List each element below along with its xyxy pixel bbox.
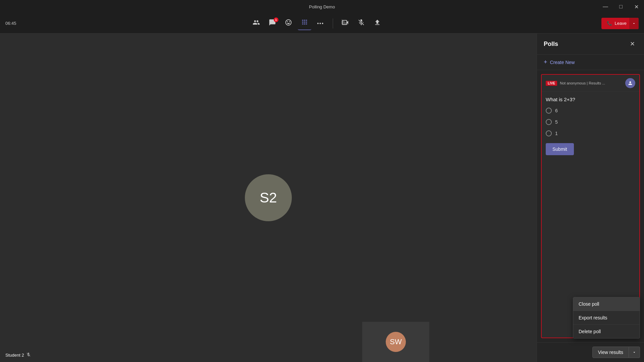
radio-3[interactable]	[546, 130, 552, 136]
camera-off-icon	[341, 19, 349, 28]
phone-icon: 📞	[607, 21, 612, 26]
poll-option-1[interactable]: 6	[546, 105, 635, 116]
student-label: Student 2	[5, 352, 31, 358]
reactions-button[interactable]	[282, 17, 295, 30]
polls-header: Polls ✕	[537, 34, 644, 55]
people-button[interactable]	[250, 17, 263, 30]
dropdown-item-delete-poll[interactable]: Delete poll	[573, 325, 640, 338]
apps-button[interactable]	[298, 17, 311, 30]
poll-options: 6 5 1	[542, 105, 639, 143]
maximize-button[interactable]: □	[613, 0, 629, 13]
title-bar: Polling Demo — □ ✕	[0, 0, 644, 13]
toolbar: 06:45 1 •••	[0, 13, 644, 34]
polls-sidebar: Polls ✕ + Create New LIVE Not anonymous …	[537, 34, 644, 362]
share-icon	[374, 19, 381, 28]
dropdown-item-close-poll[interactable]: Close poll	[573, 297, 640, 311]
dropdown-item-export-results[interactable]: Export results	[573, 311, 640, 325]
radio-2[interactable]	[546, 119, 552, 125]
leave-label: Leave	[615, 21, 627, 26]
poll-meta: LIVE Not anonymous | Results ...	[546, 81, 605, 86]
polls-close-button[interactable]: ✕	[627, 39, 637, 49]
close-button[interactable]: ✕	[629, 0, 644, 13]
poll-option-2[interactable]: 5	[546, 116, 635, 128]
poll-option-3[interactable]: 1	[546, 128, 635, 139]
poll-owner-avatar	[625, 78, 635, 88]
mic-button[interactable]	[355, 17, 368, 30]
view-results-bar: View results	[537, 342, 644, 362]
camera-button[interactable]	[338, 17, 352, 30]
dropdown-menu: Close poll Export results Delete poll	[573, 297, 640, 339]
mic-off-icon	[358, 19, 365, 28]
poll-card-header: LIVE Not anonymous | Results ...	[542, 75, 639, 92]
option-label-1: 6	[555, 108, 558, 113]
apps-icon	[301, 18, 308, 27]
poll-question: What is 2+3?	[542, 92, 639, 105]
more-button[interactable]: •••	[314, 17, 327, 30]
video-area: S2 SW Student 2	[0, 34, 537, 362]
main-content: S2 SW Student 2 Polls ✕ + Create New	[0, 34, 644, 362]
option-label-2: 5	[555, 119, 558, 125]
poll-meta-text: Not anonymous | Results ...	[560, 81, 605, 85]
view-results-button[interactable]: View results	[592, 347, 629, 358]
live-badge: LIVE	[546, 81, 557, 86]
minimize-button[interactable]: —	[598, 0, 613, 13]
view-results-chevron-button[interactable]	[629, 347, 640, 358]
plus-icon: +	[544, 59, 547, 66]
thumbnail-video: SW	[362, 322, 429, 362]
toolbar-center: 1 •••	[32, 17, 601, 30]
call-timer: 06:45	[5, 21, 32, 26]
leave-button[interactable]: 📞 Leave	[601, 18, 639, 29]
participant-avatar: S2	[245, 174, 292, 221]
chat-button[interactable]: 1	[266, 17, 279, 30]
thumbnail-avatar: SW	[386, 332, 406, 352]
submit-button[interactable]: Submit	[546, 143, 574, 155]
window-controls: — □ ✕	[598, 0, 644, 13]
toolbar-right: 📞 Leave	[601, 18, 639, 29]
reactions-icon	[285, 19, 292, 28]
option-label-3: 1	[555, 131, 558, 136]
share-button[interactable]	[371, 17, 384, 30]
more-icon: •••	[317, 21, 324, 26]
create-new-button[interactable]: + Create New	[537, 55, 644, 70]
people-icon	[253, 19, 260, 28]
radio-1[interactable]	[546, 108, 552, 114]
chat-badge: 1	[274, 17, 278, 22]
leave-chevron[interactable]	[629, 18, 639, 29]
toolbar-divider	[333, 18, 333, 28]
mic-status-icon	[26, 352, 31, 358]
polls-title: Polls	[544, 41, 558, 48]
view-results-group: View results	[592, 347, 640, 358]
window-title: Polling Demo	[309, 4, 335, 9]
